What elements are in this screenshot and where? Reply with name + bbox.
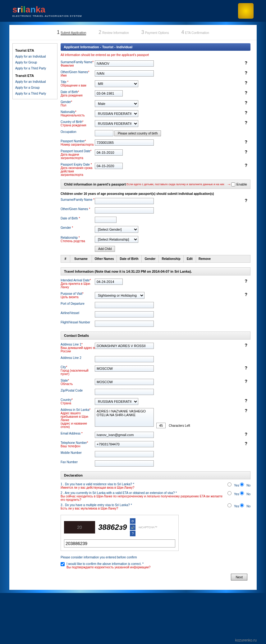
state-input[interactable] (95, 379, 154, 385)
help-icon[interactable]: ? (245, 110, 247, 115)
help-icon[interactable]: ? (245, 343, 247, 348)
sidebar-link[interactable]: Apply for an Individual (15, 54, 55, 59)
step-3: 3Payment Options (141, 30, 169, 35)
mobile-input[interactable] (95, 451, 154, 457)
sidebar-link[interactable]: Apply for an Individual (15, 79, 55, 85)
help-icon[interactable]: ? (245, 292, 247, 297)
help-icon[interactable]: ? (245, 279, 247, 284)
sidebar-link[interactable]: Apply for a Third Party (15, 65, 55, 71)
child-rel-select[interactable]: [Select Relationship] (95, 236, 138, 243)
captcha-refresh-icon[interactable]: ⟳ (130, 518, 135, 524)
declaration-header: Declaration (61, 471, 250, 479)
child-given-input[interactable] (95, 207, 154, 214)
help-icon[interactable]: ? (245, 100, 247, 105)
site-logo: srilanka ELECTRONIC TRAVEL AUTHORIZATION… (12, 5, 82, 17)
captcha-input[interactable] (64, 539, 175, 548)
decl-q2: 2 . Are you currently in Sri Lanka with … (61, 491, 250, 501)
top-bar: srilanka ELECTRONIC TRAVEL AUTHORIZATION… (0, 0, 266, 22)
help-icon[interactable]: ? (245, 365, 247, 370)
captcha-image: 20 (64, 521, 95, 534)
sidebar-heading-tourist: Tourist ETA (15, 49, 55, 52)
sidebar-link[interactable]: Apply for a Group (15, 85, 55, 91)
help-icon[interactable]: ? (245, 398, 247, 403)
dob-input[interactable] (95, 90, 123, 96)
select-country-button[interactable]: Please select country of birth (114, 130, 161, 136)
country-select[interactable]: RUSSIAN FEDERATION (F (95, 398, 138, 405)
sladdr-textarea[interactable]: ADRES I NAZVANIE VASHEGO OTELIA NA SHRI-… (95, 408, 154, 427)
help-icon[interactable]: ? (245, 80, 247, 85)
sidebar-link[interactable]: Apply for a Third Party (15, 91, 55, 96)
surname-input[interactable] (95, 60, 154, 67)
q2-yes-radio[interactable] (227, 491, 232, 495)
decl-q1: 1 . Do you have a valid residence visa t… (61, 482, 250, 489)
passport-input[interactable] (95, 139, 154, 146)
zip-input[interactable] (95, 389, 154, 395)
child-section-header: Child information in parent's passport Е… (61, 180, 250, 189)
confirm-row: I would like to confirm the above inform… (61, 562, 250, 569)
help-icon[interactable]: ? (245, 60, 247, 65)
next-button[interactable]: Next (231, 574, 247, 581)
confirm-note: Please consider information you entered … (61, 556, 250, 559)
captcha-text: 38862з9 (98, 523, 127, 532)
help-icon[interactable]: ? (245, 139, 247, 144)
help-icon[interactable]: ? (245, 90, 247, 95)
q3-yes-radio[interactable] (227, 503, 232, 507)
add-child-button[interactable]: Add Child (95, 246, 115, 252)
travel-header: Travel Information (Note that now it is … (61, 267, 250, 275)
flight-input[interactable] (95, 321, 154, 327)
help-icon[interactable]: ? (245, 198, 247, 203)
q1-yes-radio[interactable] (227, 482, 232, 487)
q3-no-radio[interactable] (240, 503, 244, 507)
section-header: Applicant Information - Tourist - Indivi… (61, 43, 250, 51)
fax-input[interactable] (95, 460, 154, 467)
occupation-input[interactable] (95, 130, 113, 136)
progress-steps: 1Submit Application 2Review Information … (9, 25, 257, 40)
captcha-audio-icon[interactable]: 🔊 (130, 524, 135, 530)
arrival-input[interactable] (95, 279, 123, 285)
given-input[interactable] (95, 70, 154, 77)
city-input[interactable] (95, 365, 154, 372)
arrow-icon: → (227, 182, 231, 187)
sidebar-link[interactable]: Apply for Group (15, 59, 55, 65)
step-1: 1Submit Application (57, 30, 86, 35)
purpose-select[interactable]: Sightseeing or Holidaying (95, 292, 144, 299)
sidebar: Tourist ETA Apply for an Individual Appl… (12, 43, 57, 99)
title-select[interactable]: MR (95, 80, 138, 87)
passport-notice: All information should be entered as per… (61, 53, 250, 57)
step-4: 4ETA Confirmation (181, 30, 209, 35)
issued-input[interactable] (95, 149, 123, 156)
nationality-select[interactable]: RUSSIAN FEDERATION (F (95, 110, 138, 117)
decl-q3: 3 . Do you have a multiple entry visa to… (61, 503, 250, 510)
q2-no-radio[interactable] (240, 491, 244, 495)
q1-no-radio[interactable] (240, 482, 244, 487)
child-dob-input[interactable] (95, 217, 117, 223)
gender-select[interactable]: Male (95, 100, 138, 107)
port-input[interactable] (95, 302, 154, 308)
email-input[interactable] (95, 432, 154, 438)
airline-input[interactable] (95, 311, 154, 317)
addr1-input[interactable] (95, 343, 154, 349)
help-icon[interactable]: ? (245, 149, 247, 154)
help-icon[interactable]: ? (245, 379, 247, 384)
help-icon[interactable]: ? (245, 120, 247, 125)
addr2-input[interactable] (95, 356, 154, 362)
help-icon[interactable]: ? (245, 408, 247, 413)
captcha-help-icon[interactable]: ? (130, 531, 135, 536)
child-surname-input[interactable] (95, 198, 154, 204)
help-icon[interactable]: ? (245, 432, 247, 437)
captcha-widget: 20 38862з9 ⟳ 🔊 ? reCAPTCHA™ (61, 515, 179, 551)
child-note: Children under 16 years of age possessin… (61, 192, 250, 195)
child-gender-select[interactable]: [Select Gender] (95, 226, 138, 233)
cob-select[interactable]: RUSSIAN FEDERATION (F (95, 120, 138, 127)
contact-header: Contact Details (61, 331, 250, 340)
help-icon[interactable]: ? (245, 163, 247, 168)
confirm-checkbox[interactable] (61, 562, 65, 566)
emblem-icon (238, 3, 254, 19)
help-icon[interactable]: ? (245, 70, 247, 75)
child-table-header: # Surname Other Names Date of Birth Gend… (61, 255, 250, 263)
sidebar-heading-transit: Transit ETA (15, 74, 55, 78)
phone-input[interactable] (95, 441, 154, 447)
help-icon[interactable]: ? (245, 441, 247, 446)
expiry-input[interactable] (95, 163, 123, 169)
enable-checkbox[interactable] (231, 182, 235, 186)
